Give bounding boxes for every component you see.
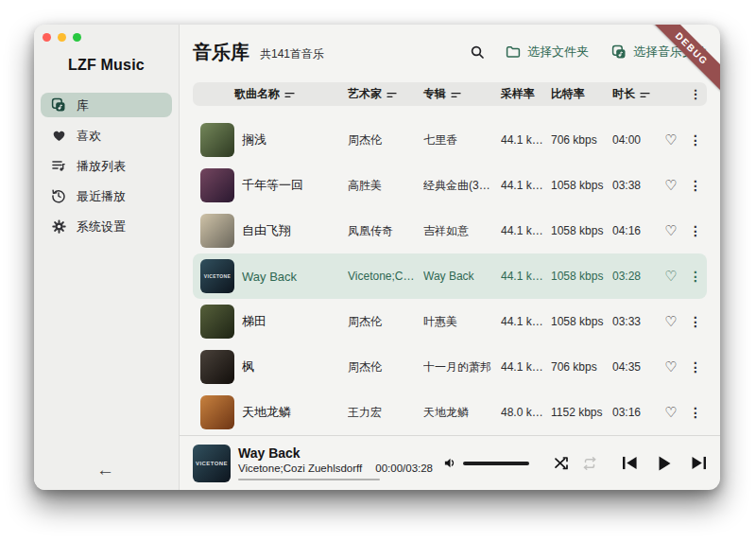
song-row-0[interactable]: 搁浅 周杰伦 七里香 44.1 kHz 706 kbps 04:00 ♡ ⋮ (193, 117, 707, 163)
sidebar-nav: 库 喜欢 播放列表 最近播放 (34, 93, 179, 238)
favorite-button[interactable]: ♡ (655, 222, 687, 239)
row-menu-button[interactable]: ⋮ (687, 405, 704, 420)
song-sample-rate: 48.0 kHz (501, 406, 551, 419)
song-title: 梯田 (242, 313, 348, 330)
song-title: 枫 (242, 358, 348, 375)
column-label: 采样率 (501, 86, 535, 102)
song-artist: 凤凰传奇 (348, 223, 423, 239)
play-icon (657, 455, 672, 472)
zoom-window-button[interactable] (73, 33, 81, 42)
now-playing-artist: Vicetone;Cozi Zuehlsdorff (238, 462, 362, 474)
column-header-4[interactable]: 比特率 (551, 86, 612, 102)
song-row-4[interactable]: 梯田 周杰伦 叶惠美 44.1 kHz 1058 kbps 03:33 ♡ ⋮ (193, 299, 707, 344)
column-header-2[interactable]: 专辑 (423, 86, 501, 102)
song-title: Way Back (242, 270, 348, 284)
sidebar: LZF Music 库 喜欢 播放列表 (34, 25, 180, 490)
time-display: 00:00/03:28 (375, 462, 433, 474)
previous-track-button[interactable] (622, 456, 638, 470)
song-row-3[interactable]: VICETONE Way Back Vicetone;Cozi Zuehlsdo… (193, 253, 707, 299)
favorite-button[interactable]: ♡ (655, 177, 687, 194)
song-album: Way Back (423, 270, 501, 283)
next-track-button[interactable] (691, 456, 707, 470)
album-art (200, 305, 234, 339)
progress-bar[interactable] (238, 479, 380, 480)
row-menu-button[interactable]: ⋮ (687, 223, 704, 238)
song-artist: 周杰伦 (348, 132, 423, 148)
row-menu-button[interactable]: ⋮ (687, 132, 704, 148)
repeat-icon (582, 457, 597, 470)
song-duration: 03:33 (612, 315, 655, 328)
song-artist: 周杰伦 (348, 359, 423, 375)
sidebar-item-1[interactable]: 喜欢 (41, 123, 172, 148)
song-title: 自由飞翔 (242, 222, 348, 239)
select-folder-button[interactable]: 选择文件夹 (506, 44, 589, 61)
select-folder-label: 选择文件夹 (527, 44, 589, 61)
sidebar-item-label: 播放列表 (77, 160, 126, 172)
favorite-button[interactable]: ♡ (655, 404, 687, 421)
folder-icon (506, 44, 521, 60)
search-button[interactable] (470, 44, 485, 60)
close-window-button[interactable] (43, 33, 51, 42)
song-bitrate: 1058 kbps (551, 315, 612, 328)
sidebar-item-label: 库 (77, 99, 89, 112)
song-row-6[interactable]: 天地龙鳞 王力宏 天地龙鳞 48.0 kHz 1152 kbps 03:16 ♡… (193, 390, 707, 435)
song-row-5[interactable]: 枫 周杰伦 十一月的萧邦 44.1 kHz 706 kbps 04:35 ♡ ⋮ (193, 344, 707, 390)
column-label: 时长 (612, 86, 635, 102)
song-sample-rate: 44.1 kHz (501, 315, 551, 328)
song-duration: 04:35 (612, 360, 655, 374)
column-header-1[interactable]: 艺术家 (348, 86, 423, 102)
song-row-1[interactable]: 千年等一回 高胜美 经典金曲(3)如果... 44.1 kHz 1058 kbp… (193, 163, 707, 208)
album-art (200, 395, 234, 429)
song-album: 吉祥如意 (423, 223, 501, 239)
back-button[interactable]: ← (96, 461, 114, 479)
song-duration: 03:38 (612, 179, 655, 192)
sort-icon (640, 91, 650, 99)
now-playing-title: Way Back (238, 445, 380, 461)
column-header-5[interactable]: 时长 (612, 86, 655, 102)
row-menu-button[interactable]: ⋮ (687, 269, 704, 284)
song-title: 天地龙鳞 (242, 404, 348, 421)
column-header-3[interactable]: 采样率 (501, 86, 551, 102)
sidebar-item-0[interactable]: 库 (41, 93, 172, 117)
sidebar-item-2[interactable]: 播放列表 (41, 153, 172, 178)
song-sample-rate: 44.1 kHz (501, 224, 551, 237)
sidebar-item-3[interactable]: 最近播放 (41, 183, 172, 208)
sidebar-item-4[interactable]: 系统设置 (41, 214, 172, 238)
app-title: LZF Music (34, 57, 179, 74)
sort-icon (387, 91, 397, 99)
volume-slider[interactable] (463, 462, 529, 465)
shuffle-icon (554, 457, 569, 470)
now-playing-art-label: VICETONE (196, 461, 228, 466)
minimize-window-button[interactable] (58, 33, 66, 42)
volume-button[interactable] (443, 456, 457, 470)
column-label: 艺术家 (348, 86, 382, 102)
album-art (200, 123, 234, 157)
album-art (200, 350, 234, 384)
song-title: 千年等一回 (242, 177, 348, 194)
column-label: 专辑 (423, 86, 446, 102)
album-art (200, 214, 234, 248)
header-menu-button[interactable]: ⋮ (687, 87, 704, 101)
favorite-button[interactable]: ♡ (655, 131, 687, 148)
row-menu-button[interactable]: ⋮ (687, 359, 704, 375)
favorite-button[interactable]: ♡ (655, 358, 687, 375)
volume-icon (443, 456, 457, 470)
row-menu-button[interactable]: ⋮ (687, 314, 704, 329)
page-title: 音乐库 (193, 40, 249, 65)
song-artist: 周杰伦 (348, 314, 423, 330)
favorite-button[interactable]: ♡ (655, 268, 687, 285)
player-bar: VICETONE Way Back Vicetone;Cozi Zuehlsdo… (180, 435, 720, 490)
column-header-0[interactable]: 歌曲名称 (200, 86, 348, 102)
history-icon (51, 188, 66, 203)
main-panel: DEBUG 音乐库 共141首音乐 选择文件夹 选择音乐文件 歌曲名称 艺术家 … (180, 25, 720, 490)
song-row-2[interactable]: 自由飞翔 凤凰传奇 吉祥如意 44.1 kHz 1058 kbps 04:16 … (193, 208, 707, 253)
sidebar-item-label: 系统设置 (77, 220, 126, 233)
song-bitrate: 706 kbps (551, 360, 612, 374)
song-count: 共141首音乐 (260, 46, 324, 62)
play-button[interactable] (657, 455, 672, 472)
song-bitrate: 1152 kbps (551, 406, 612, 419)
repeat-button[interactable] (582, 457, 597, 470)
row-menu-button[interactable]: ⋮ (687, 178, 704, 193)
shuffle-button[interactable] (554, 457, 569, 470)
favorite-button[interactable]: ♡ (655, 313, 687, 330)
